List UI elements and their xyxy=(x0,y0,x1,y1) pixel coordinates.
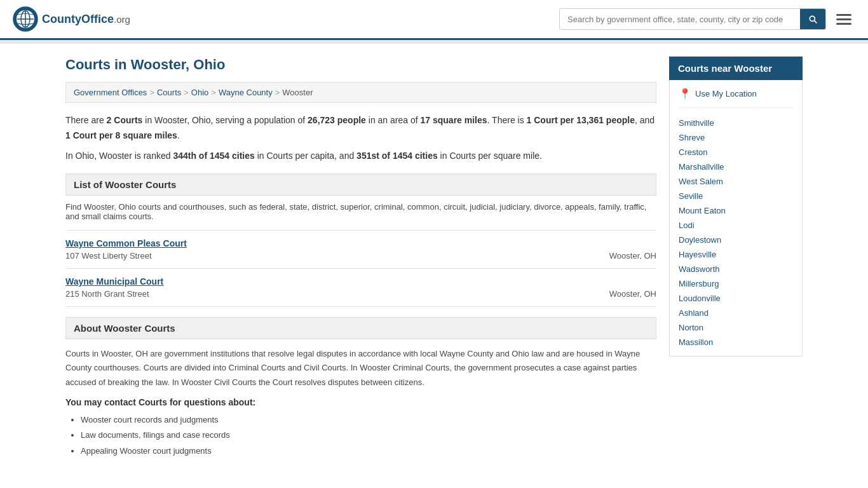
search-bar xyxy=(559,8,826,30)
menu-bar-1 xyxy=(836,14,851,16)
breadcrumb: Government Offices > Courts > Ohio > Way… xyxy=(65,82,656,103)
contact-list: Wooster court records and judgments Law … xyxy=(65,412,656,459)
sidebar-city-14[interactable]: Norton xyxy=(679,320,793,335)
court-address-1: 107 West Liberty Street xyxy=(65,251,152,261)
sidebar: Courts near Wooster 📍 Use My Location Sm… xyxy=(669,57,803,459)
search-input[interactable] xyxy=(560,10,800,29)
menu-button[interactable] xyxy=(832,10,855,29)
sidebar-cities: SmithvilleShreveCrestonMarshallvilleWest… xyxy=(679,116,793,349)
menu-bar-2 xyxy=(836,18,851,20)
list-section-desc: Find Wooster, Ohio courts and courthouse… xyxy=(65,196,656,231)
about-section-header: About Wooster Courts xyxy=(65,317,656,339)
court-city-1: Wooster, OH xyxy=(609,251,656,261)
contact-item-1: Wooster court records and judgments xyxy=(81,412,656,428)
location-pin-icon: 📍 xyxy=(679,88,691,100)
court-name-1[interactable]: Wayne Common Pleas Court xyxy=(65,238,656,248)
court-city-2: Wooster, OH xyxy=(609,289,656,299)
court-entry-2: Wayne Municipal Court 215 North Grant St… xyxy=(65,269,656,307)
list-section-header: List of Wooster Courts xyxy=(65,173,656,196)
sidebar-city-1[interactable]: Shreve xyxy=(679,130,793,145)
court-address-2: 215 North Grant Street xyxy=(65,289,149,299)
sidebar-city-4[interactable]: West Salem xyxy=(679,174,793,189)
sidebar-city-15[interactable]: Massillon xyxy=(679,335,793,349)
sidebar-city-0[interactable]: Smithville xyxy=(679,116,793,130)
court-name-2[interactable]: Wayne Municipal Court xyxy=(65,276,656,287)
sidebar-title: Courts near Wooster xyxy=(669,57,803,80)
per-sq: 1 Court per 8 square miles xyxy=(65,130,177,140)
about-section: About Wooster Courts Courts in Wooster, … xyxy=(65,317,656,459)
menu-bar-3 xyxy=(836,23,851,25)
area: 17 square miles xyxy=(421,115,487,125)
page-title: Courts in Wooster, Ohio xyxy=(65,57,656,73)
sidebar-city-13[interactable]: Ashland xyxy=(679,306,793,320)
sidebar-city-3[interactable]: Marshallville xyxy=(679,159,793,174)
logo-icon xyxy=(13,6,38,32)
sidebar-city-9[interactable]: Hayesville xyxy=(679,247,793,262)
rank2: 351st of 1454 cities xyxy=(356,151,438,161)
breadcrumb-wayne-county[interactable]: Wayne County xyxy=(219,88,273,97)
sidebar-city-10[interactable]: Wadsworth xyxy=(679,262,793,276)
sidebar-city-11[interactable]: Millersburg xyxy=(679,276,793,291)
stats-section: There are 2 Courts in Wooster, Ohio, ser… xyxy=(65,113,656,163)
use-my-location-link[interactable]: Use My Location xyxy=(695,86,757,101)
sidebar-location[interactable]: 📍 Use My Location xyxy=(679,86,793,108)
contact-heading: You may contact Courts for questions abo… xyxy=(65,397,656,407)
list-section: List of Wooster Courts Find Wooster, Ohi… xyxy=(65,173,656,307)
sidebar-city-7[interactable]: Lodi xyxy=(679,218,793,233)
logo-text: CountyOffice.org xyxy=(42,13,130,26)
breadcrumb-gov-offices[interactable]: Government Offices xyxy=(74,88,147,97)
search-button[interactable] xyxy=(800,9,825,29)
sidebar-city-6[interactable]: Mount Eaton xyxy=(679,203,793,218)
sidebar-city-2[interactable]: Creston xyxy=(679,145,793,159)
per-capita: 1 Court per 13,361 people xyxy=(527,115,635,125)
logo-area[interactable]: CountyOffice.org xyxy=(13,6,130,32)
about-text: Courts in Wooster, OH are government ins… xyxy=(65,339,656,396)
contact-item-2: Law documents, filings and case records xyxy=(81,428,656,444)
breadcrumb-wooster: Wooster xyxy=(282,88,313,97)
breadcrumb-courts[interactable]: Courts xyxy=(157,88,181,97)
courts-count: 2 Courts xyxy=(107,115,143,125)
search-icon xyxy=(808,14,818,24)
population: 26,723 people xyxy=(308,115,366,125)
court-entry-1: Wayne Common Pleas Court 107 West Libert… xyxy=(65,231,656,269)
contact-item-3: Appealing Wooster court judgments xyxy=(81,444,656,459)
rank1: 344th of 1454 cities xyxy=(173,151,254,161)
sidebar-city-8[interactable]: Doylestown xyxy=(679,233,793,247)
sidebar-city-5[interactable]: Seville xyxy=(679,189,793,203)
breadcrumb-ohio[interactable]: Ohio xyxy=(191,88,208,97)
sidebar-city-12[interactable]: Loudonville xyxy=(679,291,793,306)
